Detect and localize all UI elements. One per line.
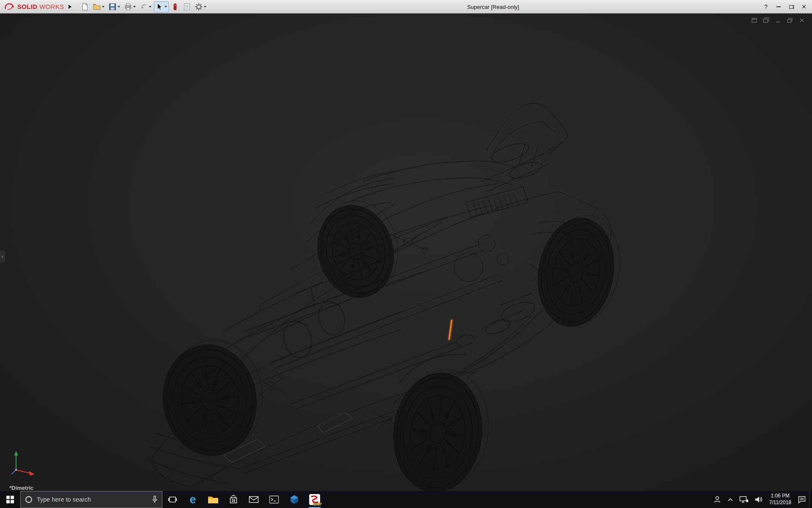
edge-icon: e bbox=[189, 494, 196, 505]
cascade-windows-button[interactable] bbox=[762, 17, 771, 24]
gear-icon bbox=[195, 3, 203, 11]
network-button[interactable] bbox=[736, 491, 752, 508]
app-titlebar: SOLIDWORKS bbox=[0, 0, 812, 14]
select-cursor-icon bbox=[156, 3, 163, 11]
taskbar-app-console[interactable] bbox=[264, 491, 284, 508]
network-icon bbox=[739, 496, 749, 503]
people-icon bbox=[713, 495, 721, 504]
options-button[interactable] bbox=[193, 1, 208, 12]
solidworks-app-icon: 2017 bbox=[309, 494, 321, 505]
select-button[interactable] bbox=[154, 1, 169, 12]
task-view-button[interactable] bbox=[162, 491, 183, 508]
standard-toolbar bbox=[80, 0, 208, 13]
undo-button[interactable] bbox=[138, 1, 153, 12]
dropdown-caret[interactable] bbox=[118, 6, 120, 8]
speaker-icon bbox=[754, 496, 763, 503]
taskbar-app-cube[interactable] bbox=[284, 491, 304, 508]
print-icon bbox=[124, 3, 132, 11]
doc-restore-button[interactable] bbox=[786, 17, 794, 24]
undo-icon bbox=[140, 3, 148, 11]
save-icon bbox=[109, 3, 116, 11]
open-folder-icon bbox=[93, 3, 101, 11]
feature-panel-flyout-tab[interactable]: ‹ bbox=[0, 251, 5, 262]
open-button[interactable] bbox=[91, 1, 106, 12]
rebuild-button[interactable] bbox=[170, 1, 181, 12]
new-document-icon bbox=[81, 3, 89, 11]
brand-text-light: WORKS bbox=[39, 3, 64, 10]
hidden-icons-button[interactable] bbox=[724, 491, 736, 508]
flyout-arrow-icon bbox=[69, 5, 71, 9]
ds-logo-icon bbox=[4, 3, 15, 11]
graphics-viewport[interactable]: *Dimetric ‹ bbox=[0, 14, 812, 491]
window-title: Supercar [Read-only] bbox=[467, 0, 519, 14]
taskbar-app-mail[interactable] bbox=[244, 491, 264, 508]
search-input[interactable] bbox=[37, 496, 148, 503]
start-button[interactable] bbox=[0, 491, 20, 508]
save-button[interactable] bbox=[107, 1, 122, 12]
console-icon bbox=[269, 495, 279, 504]
dropdown-caret[interactable] bbox=[149, 6, 151, 8]
taskbar-app-file-explorer[interactable] bbox=[203, 491, 223, 508]
taskbar-app-store[interactable] bbox=[223, 491, 244, 508]
microphone-icon[interactable] bbox=[152, 495, 158, 504]
window-controls: ? × bbox=[760, 0, 810, 14]
document-window-controls bbox=[750, 17, 806, 24]
dropdown-caret[interactable] bbox=[133, 6, 136, 8]
dropdown-caret[interactable] bbox=[204, 6, 206, 8]
file-properties-button[interactable] bbox=[181, 1, 192, 12]
action-center-icon bbox=[798, 495, 806, 504]
close-button[interactable]: × bbox=[798, 1, 810, 12]
file-explorer-icon bbox=[208, 495, 219, 504]
coordinate-triad-icon bbox=[10, 450, 40, 477]
print-button[interactable] bbox=[123, 1, 137, 12]
toolbar-flyout-button[interactable] bbox=[67, 2, 74, 12]
doc-close-button[interactable] bbox=[798, 17, 806, 24]
windows-taskbar: e bbox=[0, 491, 812, 508]
wireframe-car-model bbox=[0, 14, 812, 491]
chevron-up-icon bbox=[727, 497, 733, 502]
store-icon bbox=[229, 495, 238, 504]
taskbar-app-edge[interactable]: e bbox=[183, 491, 203, 508]
selected-edge bbox=[449, 320, 452, 339]
view-orientation-label: *Dimetric bbox=[9, 485, 33, 491]
dropdown-caret[interactable] bbox=[165, 6, 167, 8]
windows-logo-icon bbox=[6, 496, 14, 503]
new-document-button[interactable] bbox=[80, 1, 91, 12]
clock-date: 7/11/2018 bbox=[769, 500, 792, 506]
people-button[interactable] bbox=[710, 491, 724, 508]
dropdown-caret[interactable] bbox=[102, 6, 104, 8]
help-button[interactable]: ? bbox=[760, 1, 772, 12]
doc-minimize-button[interactable] bbox=[774, 17, 782, 24]
taskbar-search-box[interactable] bbox=[20, 491, 162, 508]
minimize-button[interactable] bbox=[772, 1, 785, 12]
restore-icon bbox=[789, 5, 794, 9]
taskbar-app-solidworks[interactable]: 2017 bbox=[304, 491, 325, 508]
new-window-button[interactable] bbox=[750, 17, 759, 24]
rebuild-icon bbox=[171, 3, 179, 11]
file-properties-icon bbox=[183, 3, 191, 11]
brand-text-bold: SOLID bbox=[17, 3, 37, 10]
show-desktop-button[interactable] bbox=[809, 491, 812, 508]
action-center-button[interactable] bbox=[795, 491, 809, 508]
mail-icon bbox=[249, 496, 259, 503]
cortana-icon bbox=[25, 496, 33, 503]
system-tray: 1:06 PM 7/11/2018 bbox=[710, 491, 812, 508]
minimize-icon bbox=[776, 6, 781, 7]
solidworks-brand: SOLIDWORKS bbox=[0, 0, 67, 13]
cube-app-icon bbox=[289, 494, 299, 505]
task-view-icon bbox=[168, 496, 177, 503]
solidworks-version-badge: 2017 bbox=[313, 502, 322, 506]
clock-time: 1:06 PM bbox=[769, 493, 792, 500]
taskbar-clock[interactable]: 1:06 PM 7/11/2018 bbox=[766, 493, 795, 506]
volume-button[interactable] bbox=[752, 491, 766, 508]
restore-button[interactable] bbox=[785, 1, 798, 12]
